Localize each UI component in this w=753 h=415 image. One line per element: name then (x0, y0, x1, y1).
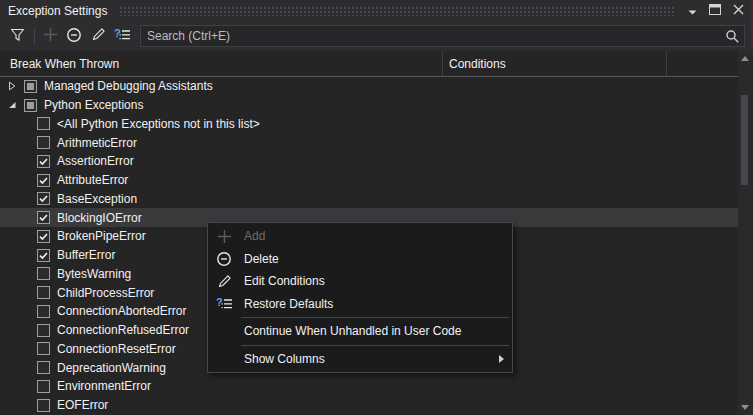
checkbox-unchecked[interactable] (37, 324, 50, 337)
column-header-label: Conditions (449, 57, 506, 71)
checkbox-checked[interactable] (37, 174, 50, 187)
collapsed-expander-icon[interactable] (8, 81, 17, 91)
expanded-expander-icon[interactable] (8, 100, 17, 110)
checkbox-unchecked[interactable] (37, 342, 50, 355)
indent (8, 400, 30, 410)
svg-text:?: ? (216, 296, 223, 308)
exception-row[interactable]: <All Python Exceptions not in this list> (0, 115, 738, 134)
search-icon (723, 29, 741, 44)
indent (8, 231, 30, 241)
exception-row[interactable]: Managed Debugging Assistants (0, 77, 738, 96)
exception-label: EOFError (57, 398, 108, 412)
restore-defaults-icon: ? (114, 27, 131, 45)
indent (8, 269, 30, 279)
checkbox-checked[interactable] (37, 192, 50, 205)
indent (8, 194, 30, 204)
maximize-icon (709, 4, 721, 18)
menu-separator (241, 317, 509, 318)
add-exception-button[interactable] (41, 27, 59, 45)
edit-conditions-icon (215, 274, 233, 289)
exception-row[interactable]: ArithmeticError (0, 133, 738, 152)
checkbox-indeterminate[interactable] (24, 99, 37, 112)
edit-conditions-button[interactable] (89, 27, 107, 45)
drag-grip[interactable] (119, 6, 674, 16)
checkbox-unchecked[interactable] (37, 136, 50, 149)
column-header-break-when-thrown[interactable]: Break When Thrown (0, 51, 443, 76)
filter-icon (10, 28, 25, 45)
exception-row[interactable]: AttributeError (0, 171, 738, 190)
indent (8, 138, 30, 148)
exception-label: BytesWarning (57, 267, 131, 281)
menu-item-label: Delete (244, 252, 279, 266)
checkbox-checked[interactable] (37, 230, 50, 243)
triangle-down-icon (741, 405, 749, 410)
exception-label: DeprecationWarning (57, 361, 166, 375)
add-icon (215, 229, 233, 244)
restore-defaults-icon: ? (215, 296, 233, 311)
column-header-conditions[interactable]: Conditions (443, 51, 667, 76)
checkbox-unchecked[interactable] (37, 267, 50, 280)
indent (8, 325, 30, 335)
exception-label: BrokenPipeError (57, 229, 146, 243)
checkbox-checked[interactable] (37, 211, 50, 224)
titlebar: Exception Settings (0, 0, 753, 21)
checkbox-unchecked[interactable] (37, 286, 50, 299)
indent (8, 156, 30, 166)
exception-label: BufferError (57, 248, 115, 262)
column-header-label: Break When Thrown (10, 57, 119, 71)
svg-text:?: ? (114, 27, 121, 39)
exception-label: ConnectionAbortedError (57, 304, 186, 318)
checkbox-indeterminate[interactable] (24, 80, 37, 93)
exception-row[interactable]: Python Exceptions (0, 96, 738, 115)
exception-row[interactable]: EOFError (0, 396, 738, 415)
menu-item-add[interactable]: Add (208, 225, 512, 248)
window-position-button[interactable] (684, 3, 700, 19)
grid-header: Break When Thrown Conditions (0, 51, 753, 77)
toolbar: ? (0, 21, 753, 51)
exception-label: Managed Debugging Assistants (44, 79, 213, 93)
exception-label: AttributeError (57, 173, 128, 187)
exception-row[interactable]: BaseException (0, 190, 738, 209)
exception-label: ConnectionRefusedError (57, 323, 189, 337)
exception-row[interactable]: AssertionError (0, 152, 738, 171)
indent (8, 119, 30, 129)
menu-item-label: Show Columns (244, 352, 325, 366)
checkbox-unchecked[interactable] (37, 117, 50, 130)
delete-exception-button[interactable] (65, 27, 83, 45)
indent (8, 288, 30, 298)
menu-item-restore-defaults[interactable]: ?Restore Defaults (208, 293, 512, 316)
scroll-up-button[interactable] (738, 51, 751, 66)
checkbox-unchecked[interactable] (37, 361, 50, 374)
checkbox-unchecked[interactable] (37, 380, 50, 393)
menu-item-label: Restore Defaults (244, 297, 333, 311)
close-icon (733, 4, 744, 18)
add-icon (43, 27, 58, 45)
checkbox-unchecked[interactable] (37, 305, 50, 318)
exception-row[interactable]: EnvironmentError (0, 377, 738, 396)
checkbox-unchecked[interactable] (37, 399, 50, 412)
exception-label: Python Exceptions (44, 98, 143, 112)
checkbox-checked[interactable] (37, 155, 50, 168)
scroll-down-button[interactable] (738, 400, 751, 415)
window-title: Exception Settings (0, 4, 107, 18)
exception-label: AssertionError (57, 154, 134, 168)
search-box (140, 25, 745, 47)
menu-item-edit-conditions[interactable]: Edit Conditions (208, 270, 512, 293)
menu-item-continue-when-unhandled-in-user-code[interactable]: Continue When Unhandled in User Code (208, 320, 512, 343)
menu-item-show-columns[interactable]: Show Columns (208, 348, 512, 371)
scrollbar-thumb[interactable] (741, 95, 748, 185)
search-input[interactable] (141, 29, 723, 43)
filter-button[interactable] (8, 27, 26, 45)
indent (8, 306, 30, 316)
edit-conditions-icon (91, 27, 106, 45)
submenu-arrow-icon (499, 355, 504, 363)
menu-item-label: Add (244, 229, 265, 243)
vertical-scrollbar[interactable] (738, 51, 751, 415)
exception-label: EnvironmentError (57, 379, 151, 393)
exception-label: ChildProcessError (57, 286, 154, 300)
maximize-button[interactable] (707, 3, 723, 19)
menu-item-delete[interactable]: Delete (208, 248, 512, 271)
close-button[interactable] (730, 3, 746, 19)
restore-defaults-button[interactable]: ? (113, 27, 131, 45)
checkbox-checked[interactable] (37, 249, 50, 262)
